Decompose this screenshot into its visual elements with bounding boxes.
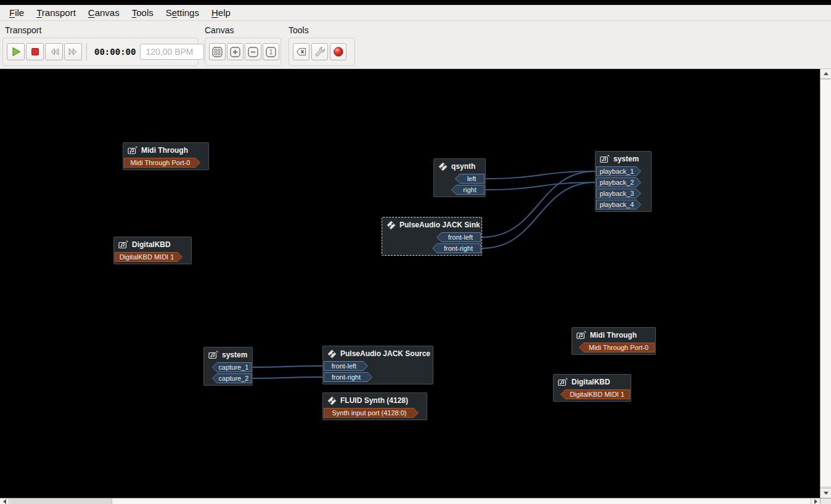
node-header[interactable]: system [204,348,252,362]
horizontal-scrollbar-thumb[interactable] [10,498,112,504]
connection-cable[interactable] [486,171,595,179]
node-header[interactable]: PulseAudio JACK Sink [382,217,481,232]
configure-button[interactable] [311,43,328,60]
node-title: qsynth [451,162,475,171]
port-left[interactable]: left [455,174,485,184]
client-icon [438,162,448,171]
port-label: front-left [448,234,473,241]
vertical-scrollbar[interactable] [820,69,831,498]
port-playback-3[interactable]: playback_3 [596,189,641,198]
port-row: front-right [324,372,432,382]
port-row: Midi Through Port-0 [573,343,655,352]
zoom-out-button[interactable] [245,43,261,60]
arrow-down-icon [824,492,829,495]
node-box-digitalkbd-left[interactable]: DigitalKBDDigitalKBD MIDI 1 [113,237,192,264]
hardware-icon [576,331,586,339]
node-box-system-playback[interactable]: systemplayback_1playback_2playback_3play… [595,151,652,212]
node-header[interactable]: DigitalKBD [554,375,631,389]
port-row: playback_4 [596,200,650,209]
vertical-scrollbar-thumb[interactable] [821,79,831,487]
node-header[interactable]: FLUID Synth (4128) [323,393,427,408]
port-playback-2[interactable]: playback_2 [596,177,641,187]
rewind-button[interactable] [45,43,63,60]
node-box-midi-through-right[interactable]: Midi ThroughMidi Through Port-0 [571,327,656,355]
port-midi-through-port-0[interactable]: Midi Through Port-0 [124,158,200,168]
port-playback-1[interactable]: playback_1 [596,166,641,176]
menu-item-tools[interactable]: Tools [126,6,160,19]
port-label: Midi Through Port-0 [130,160,190,166]
arrow-left-icon [3,499,6,504]
port-front-right[interactable]: front-right [432,243,481,253]
stop-button[interactable] [26,43,44,60]
window-top-strip [0,0,831,5]
hardware-icon [208,351,218,359]
port-digitalkbd-midi-1[interactable]: DigitalKBD MIDI 1 [115,252,182,262]
node-title: Midi Through [141,146,188,155]
transport-time-display: 00:00:00 [94,47,136,57]
port-capture-1[interactable]: capture_1 [212,362,252,372]
zoom-100-button[interactable]: 1 [263,43,279,60]
node-title: Midi Through [590,331,637,339]
connection-cable[interactable] [482,171,595,237]
zoom-fit-button[interactable] [209,43,226,60]
port-digitalkbd-midi-1[interactable]: DigitalKBD MIDI 1 [560,389,630,399]
fast-forward-button[interactable] [64,43,82,60]
port-midi-through-port-0[interactable]: Midi Through Port-0 [579,343,655,352]
menu-item-help[interactable]: Help [205,6,237,19]
node-box-system-capture[interactable]: systemcapture_1capture_2 [203,347,253,386]
menu-item-canvas[interactable]: Canvas [82,6,126,19]
node-box-digitalkbd-right[interactable]: DigitalKBDDigitalKBD MIDI 1 [553,374,631,402]
node-header[interactable]: qsynth [434,159,485,174]
node-title: DigitalKBD [571,378,610,386]
port-label: playback_1 [600,168,634,175]
clear-button[interactable] [293,43,309,60]
node-header[interactable]: DigitalKBD [114,237,191,252]
node-title: system [613,155,639,163]
record-icon [332,46,345,58]
zoom-fit-icon [211,46,223,58]
menu-item-transport[interactable]: Transport [30,6,82,19]
node-header[interactable]: Midi Through [123,143,208,158]
node-box-qsynth[interactable]: qsynthleftright [433,158,486,197]
patchbay-canvas[interactable]: Midi ThroughMidi Through Port-0DigitalKB… [0,69,820,498]
scroll-left-button[interactable] [0,498,9,504]
connection-cable[interactable] [253,366,322,367]
connection-cable[interactable] [486,182,595,190]
node-box-pulseaudio-jack-source[interactable]: PulseAudio JACK Sourcefront-leftfront-ri… [322,346,433,384]
connection-cable[interactable] [253,377,322,378]
horizontal-scrollbar[interactable] [0,498,820,504]
port-front-right[interactable]: front-right [324,372,372,382]
node-header[interactable]: Midi Through [572,328,655,343]
menu-item-file[interactable]: File [3,6,30,19]
node-header[interactable]: system [596,152,651,166]
node-box-midi-through-left[interactable]: Midi ThroughMidi Through Port-0 [123,142,209,170]
port-label: Synth input port (4128:0) [332,410,406,417]
zoom-in-button[interactable] [227,43,244,60]
client-icon [327,396,337,405]
scroll-down-button[interactable] [821,488,831,498]
connection-cable[interactable] [482,182,595,248]
node-header[interactable]: PulseAudio JACK Source [323,346,433,361]
record-button[interactable] [330,43,346,60]
port-label: capture_2 [219,375,249,382]
port-playback-4[interactable]: playback_4 [596,200,641,209]
svg-text:1: 1 [269,49,273,55]
menu-item-settings[interactable]: Settings [160,6,205,19]
port-label: playback_3 [600,190,634,197]
bpm-input[interactable] [140,44,204,60]
port-capture-2[interactable]: capture_2 [212,373,252,383]
node-box-fluid-synth[interactable]: FLUID Synth (4128)Synth input port (4128… [322,392,427,420]
port-right[interactable]: right [451,185,485,195]
port-front-left[interactable]: front-left [436,232,481,242]
play-button[interactable] [7,43,25,60]
port-front-left[interactable]: front-left [324,361,368,371]
tools-buttons [293,43,346,60]
hardware-icon [600,155,610,163]
node-title: PulseAudio JACK Sink [399,221,480,229]
node-box-pulseaudio-jack-sink[interactable]: PulseAudio JACK Sinkfront-leftfront-righ… [382,217,482,256]
scroll-right-button[interactable] [811,498,820,504]
port-row: playback_2 [596,177,650,187]
port-synth-input-port-4128-0-[interactable]: Synth input port (4128:0) [324,408,419,418]
scroll-up-button[interactable] [821,69,831,79]
client-icon [327,349,337,359]
